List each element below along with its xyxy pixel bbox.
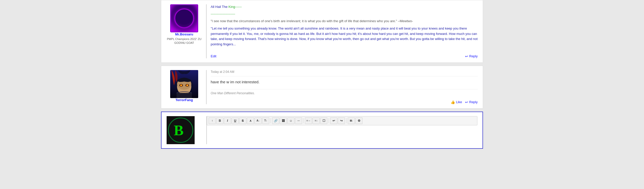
toolbar-text-transform-btn[interactable]: T↕ [262,117,269,124]
reply-icon-terrorfang: ↩ [465,100,468,104]
user-title-mr-bossaru: PMPL Champions 2022' ZU GOD\NU GOAT [166,37,202,45]
post-dashes: ------------------------ [211,12,478,17]
toolbar-undo-btn[interactable]: ↩ [330,117,337,124]
avatar-mr-bossaru [170,4,198,32]
toolbar-settings-btn[interactable]: ⚙ [355,117,363,124]
toolbar-insert-btn[interactable]: ⊞↓ [348,117,355,124]
user-column-terrorfang: TerrorFang [166,70,202,104]
toolbar-underline-btn[interactable]: U [232,117,239,124]
svg-point-11 [187,85,188,85]
toolbar-sep-2 [303,118,304,123]
toolbar-italic-btn[interactable]: I [224,117,231,124]
post-body-mr-bossaru: All Hail The King------ ----------------… [211,4,478,49]
reply-label-mr-bossaru: Reply [469,54,478,58]
username-terrorfang[interactable]: TerrorFang [176,98,193,102]
action-right-terrorfang: 👍 Like ↩ Reply [451,100,478,104]
like-label: Like [456,100,462,104]
toolbar-more-btn[interactable]: ··· [295,117,302,124]
toolbar-font-color-btn[interactable]: A↓ [254,117,262,124]
like-button-terrorfang[interactable]: 👍 Like [451,100,462,104]
content-col-mr-bossaru: All Hail The King------ ----------------… [206,4,478,58]
editor-content-col: ↑ B I U S ∧ A↓ T↕ 🔗 🖼 ☺ ··· ≡↔ ≡↕ ☐ ↩ ↪ [206,116,477,144]
action-left-mr-bossaru: Edit [211,54,216,58]
king-highlight: King------ [229,5,242,9]
post-body-terrorfang: have the w im not interested. One Man Di… [211,79,478,95]
reply-icon-mr-bossaru: ↩ [465,54,468,58]
toolbar-font-up-btn[interactable]: ↑ [209,117,216,124]
toolbar-align-btn[interactable]: ≡↔ [305,117,312,124]
svg-point-6 [180,85,182,86]
content-col-terrorfang: Today at 2:04 AM have the w im not inter… [206,70,478,104]
toolbar-bold-btn[interactable]: B [216,117,223,124]
post-actions-mr-bossaru: Edit ↩ Reply [211,52,478,58]
editor-user-col: B [167,116,202,144]
svg-point-10 [186,85,188,86]
page-container: Mr.Bossaru PMPL Champions 2022' ZU GOD\N… [161,0,483,149]
toolbar-strikethrough-btn[interactable]: S [239,117,246,124]
toolbar-list-btn[interactable]: ≡↕ [313,117,320,124]
post-signature-terrorfang: One Man Different Personalities. [211,89,478,95]
avatar-terrorfang [170,70,198,98]
toolbar-redo-btn[interactable]: ↪ [338,117,345,124]
toolbar-superscript-btn[interactable]: ∧ [247,117,254,124]
post-quote-mewtwo: "I see now that the circumstances of one… [211,19,478,24]
toolbar-link-btn[interactable]: 🔗 [272,117,279,124]
toolbar-sep-4 [346,118,346,123]
post-text-king-line: All Hail The King------ [211,4,478,10]
editor-card: B ↑ B I U S ∧ A↓ T↕ 🔗 🖼 ☺ ··· [161,112,483,149]
avatar-editor-svg: B [167,116,195,144]
toolbar-image-btn[interactable]: 🖼 [280,117,287,124]
reply-button-terrorfang[interactable]: ↩ Reply [465,100,478,104]
reply-button-mr-bossaru[interactable]: ↩ Reply [465,54,478,58]
post-terrorfang: TerrorFang Today at 2:04 AM have the w i… [161,66,483,109]
username-mr-bossaru[interactable]: Mr.Bossaru [175,32,193,36]
post-main-text-terrorfang: have the w im not interested. [211,79,478,85]
like-icon: 👍 [451,100,455,104]
svg-rect-12 [177,93,192,98]
user-column-mr-bossaru: Mr.Bossaru PMPL Champions 2022' ZU GOD\N… [166,4,202,58]
post-actions-terrorfang: 👍 Like ↩ Reply [211,98,478,104]
action-right-mr-bossaru: ↩ Reply [465,54,478,58]
toolbar-sep-3 [329,118,329,123]
toolbar-box-btn[interactable]: ☐ [320,117,327,124]
editor-toolbar-row: ↑ B I U S ∧ A↓ T↕ 🔗 🖼 ☺ ··· ≡↔ ≡↕ ☐ ↩ ↪ [207,116,477,125]
post-quote-rocky: ''Let me tell you something you already … [211,26,478,47]
avatar-editor-user: B [167,116,195,144]
avatar-terrorfang-svg [170,70,198,98]
toolbar-sep-1 [271,118,271,123]
toolbar-emoji-btn[interactable]: ☺ [287,117,294,124]
timestamp-terrorfang: Today at 2:04 AM [211,70,478,76]
svg-point-7 [181,85,182,85]
svg-text:B: B [174,122,184,139]
edit-button[interactable]: Edit [211,54,216,58]
reply-label-terrorfang: Reply [469,100,478,104]
post-mr-bossaru: Mr.Bossaru PMPL Champions 2022' ZU GOD\N… [161,0,483,63]
